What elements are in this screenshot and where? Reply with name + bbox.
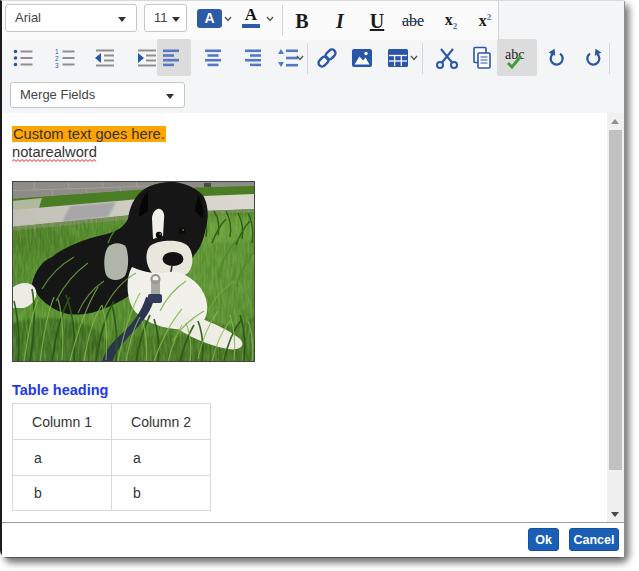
- svg-text:1: 1: [55, 48, 59, 55]
- svg-text:abc: abc: [505, 47, 524, 62]
- svg-text:2: 2: [55, 55, 59, 62]
- svg-text:3: 3: [55, 62, 59, 69]
